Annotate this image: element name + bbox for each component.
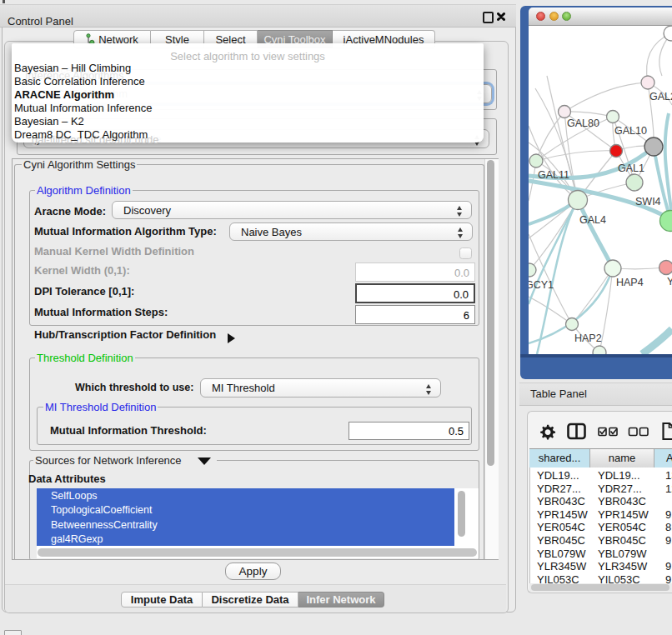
svg-text:Y: Y [667, 276, 672, 288]
svg-text:GAL2: GAL2 [649, 91, 672, 102]
svg-text:GCY1: GCY1 [529, 279, 554, 291]
svg-text:GAL10: GAL10 [614, 125, 647, 137]
svg-text:SWI4: SWI4 [635, 196, 661, 208]
svg-text:HAP2: HAP2 [574, 332, 602, 344]
svg-text:GAL1: GAL1 [618, 162, 644, 174]
svg-text:GAL11: GAL11 [538, 169, 569, 181]
svg-text:GAL4: GAL4 [579, 214, 606, 226]
svg-text:HAP4: HAP4 [616, 277, 644, 288]
svg-text:GAL80: GAL80 [567, 118, 599, 129]
